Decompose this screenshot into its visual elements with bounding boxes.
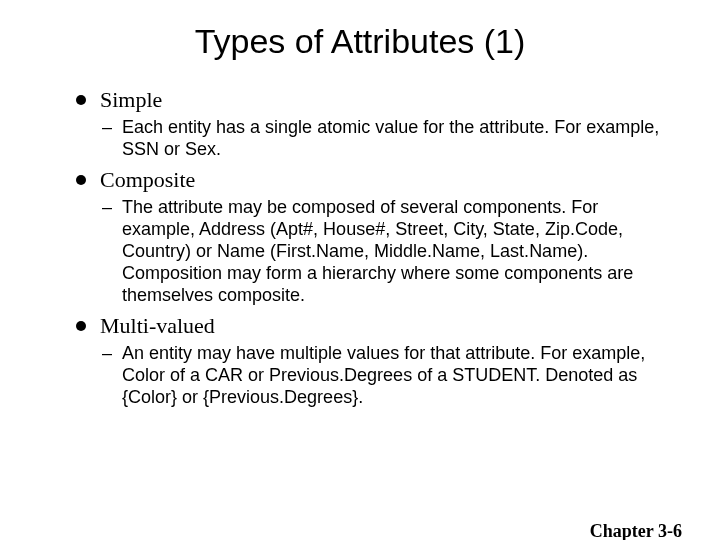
bullet-label: Composite: [100, 167, 195, 193]
dash-icon: –: [102, 117, 112, 139]
bullet-icon: [76, 95, 86, 105]
slide-title: Types of Attributes (1): [0, 22, 720, 61]
bullet-label: Simple: [100, 87, 162, 113]
sub-item-composite: – The attribute may be composed of sever…: [102, 197, 676, 307]
dash-icon: –: [102, 197, 112, 219]
bullet-label: Multi-valued: [100, 313, 215, 339]
sub-item-simple: – Each entity has a single atomic value …: [102, 117, 676, 161]
bullet-icon: [76, 175, 86, 185]
bullet-item-simple: Simple: [76, 87, 676, 113]
bullet-icon: [76, 321, 86, 331]
bullet-item-composite: Composite: [76, 167, 676, 193]
dash-icon: –: [102, 343, 112, 365]
slide: Types of Attributes (1) Simple – Each en…: [0, 22, 720, 540]
sub-text: An entity may have multiple values for t…: [122, 343, 676, 409]
sub-item-multivalued: – An entity may have multiple values for…: [102, 343, 676, 409]
sub-text: Each entity has a single atomic value fo…: [122, 117, 676, 161]
bullet-item-multivalued: Multi-valued: [76, 313, 676, 339]
slide-content: Simple – Each entity has a single atomic…: [76, 87, 676, 409]
slide-footer: Chapter 3-6: [590, 521, 682, 540]
sub-text: The attribute may be composed of several…: [122, 197, 676, 307]
